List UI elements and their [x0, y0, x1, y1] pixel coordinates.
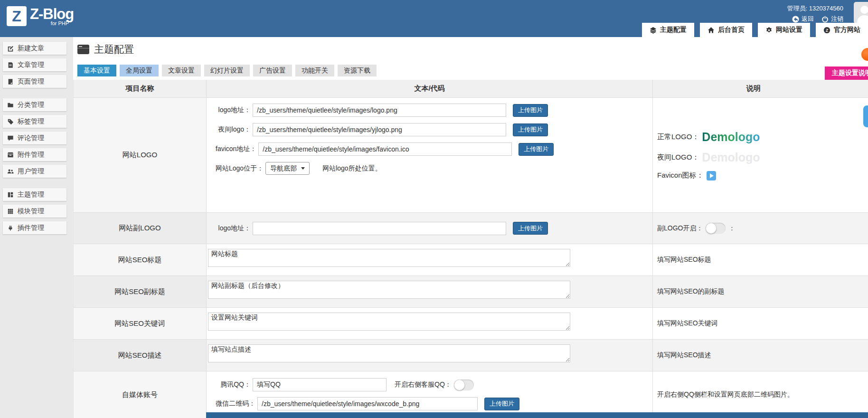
top-tab-site-settings[interactable]: 网站设置: [758, 23, 810, 37]
sidebar-item-label: 评论管理: [18, 134, 44, 142]
page-title-text: 主题配置: [94, 43, 134, 56]
row-name: 网站LOGO: [74, 98, 207, 212]
page-title: 主题配置: [77, 43, 134, 56]
avatar[interactable]: [854, 2, 868, 24]
field-label: 微信二维码：: [216, 399, 255, 408]
top-tab-dashboard[interactable]: 后台首页: [700, 23, 752, 37]
demologo-night-preview: Demologo: [702, 151, 760, 164]
side-float-tab[interactable]: [863, 105, 868, 127]
row-desc-cell: 填写网站SEO标题: [653, 244, 854, 276]
sidebar-item-label: 模块管理: [18, 207, 44, 216]
sidebar-item-plugin-mgmt[interactable]: 插件管理: [3, 221, 66, 234]
desc-text: 填写网站SEO关键词: [657, 319, 854, 328]
sidebar-item-label: 插件管理: [18, 224, 44, 232]
top-tab-label: 后台首页: [718, 26, 745, 34]
zblog-logo-mark: Z: [7, 6, 27, 26]
favicon-preview-icon[interactable]: [707, 171, 716, 180]
sidebar-item-category-mgmt[interactable]: 分类管理: [3, 98, 66, 111]
sidebar-item-attachment-mgmt[interactable]: 附件管理: [3, 148, 66, 161]
field-label: logo地址：: [216, 224, 251, 233]
config-table: 项目名称 文本/代码 说明 网站LOGO logo地址： 上传图片 夜间logo…: [73, 80, 868, 418]
app-header: Z Z-Blog for PHP 管理员: 1320374560 返回 注销: [0, 0, 868, 37]
tab-ad-settings[interactable]: 广告设置: [253, 65, 292, 76]
back-label: 返回: [802, 15, 814, 23]
logout-link[interactable]: 注销: [821, 15, 843, 23]
sidebar-item-label: 主题管理: [18, 190, 44, 199]
seo-title-textarea[interactable]: 网站标题: [208, 249, 570, 267]
night-logo-url-input[interactable]: [253, 123, 506, 136]
top-tab-official-site[interactable]: Z 官方网站: [816, 23, 868, 37]
tab-resource-download[interactable]: 资源下载: [338, 65, 377, 76]
tab-slideshow-settings[interactable]: 幻灯片设置: [204, 65, 250, 76]
document-icon: [7, 62, 14, 68]
upload-image-button[interactable]: 上传图片: [513, 222, 548, 235]
field-label: favicon地址：: [216, 145, 256, 153]
tab-feature-switches[interactable]: 功能开关: [295, 65, 334, 76]
logo-position-select[interactable]: 导航底部: [265, 162, 310, 175]
sidebar-item-module-mgmt[interactable]: 模块管理: [3, 205, 66, 218]
theme-help-button[interactable]: 主题设置说明: [825, 66, 868, 80]
logo-url-input[interactable]: [253, 104, 506, 117]
row-desc-cell: 填写网站SEO的副标题: [653, 276, 854, 307]
sidebar-item-theme-mgmt[interactable]: 主题管理: [3, 188, 66, 201]
zblog-logo[interactable]: Z Z-Blog for PHP: [7, 6, 74, 26]
comment-icon: [7, 135, 14, 142]
sidebar-item-label: 用户管理: [18, 167, 44, 176]
row-code-cell: 网站标题: [207, 244, 653, 276]
gear-icon: [765, 27, 773, 34]
main-content: 主题配置 基本设置 全局设置 文章设置 幻灯片设置 广告设置 功能开关 资源下载…: [73, 37, 868, 418]
row-desc-cell: 填写网站SEO描述: [653, 340, 854, 371]
wechat-qrcode-input[interactable]: [257, 397, 478, 410]
field-label: 开启右侧客服QQ：: [395, 380, 452, 389]
upload-image-button[interactable]: 上传图片: [484, 398, 519, 410]
row-code-cell: 设置网站关键词: [207, 308, 653, 339]
sub-logo-toggle[interactable]: [706, 223, 726, 234]
zblog-logo-name: Z-Blog: [30, 6, 74, 22]
avatar-head: [860, 6, 868, 14]
table-row-seo-keywords: 网站SEO关键词 设置网站关键词 填写网站SEO关键词: [74, 308, 868, 340]
power-icon: [821, 16, 829, 23]
col-header-name: 项目名称: [74, 80, 207, 97]
top-tab-label: 官方网站: [834, 26, 860, 34]
back-link[interactable]: 返回: [792, 15, 814, 23]
folder-icon: [7, 102, 14, 108]
upload-image-button[interactable]: 上传图片: [513, 124, 548, 136]
layers-icon: [650, 27, 657, 34]
seo-subtitle-textarea[interactable]: 网站副标题（后台修改）: [208, 281, 570, 299]
upload-image-button[interactable]: 上传图片: [519, 143, 554, 156]
logo-position-value: 导航底部: [270, 164, 297, 173]
top-tab-label: 主题配置: [660, 26, 687, 34]
sidebar-item-post-mgmt[interactable]: 文章管理: [3, 58, 66, 71]
col-header-code: 文本/代码: [207, 80, 653, 97]
seo-keywords-textarea[interactable]: 设置网站关键词: [208, 313, 570, 331]
row-filler: [854, 371, 868, 418]
row-desc-cell: 副LOGO开启： ：: [653, 213, 854, 244]
sidebar-item-user-mgmt[interactable]: 用户管理: [3, 165, 66, 178]
favicon-url-input[interactable]: [258, 142, 512, 156]
zblog-logo-text: Z-Blog for PHP: [30, 6, 74, 26]
sidebar-item-comment-mgmt[interactable]: 评论管理: [3, 132, 66, 144]
theme-blocks-icon: [7, 191, 14, 198]
row-name: 网站SEO关键词: [74, 308, 207, 339]
tab-basic-settings[interactable]: 基本设置: [77, 65, 116, 76]
table-row-seo-description: 网站SEO描述 填写站点描述 填写网站SEO描述: [74, 340, 868, 371]
page-icon: [7, 78, 14, 85]
tab-global-settings[interactable]: 全局设置: [120, 65, 159, 76]
qq-number-input[interactable]: [253, 378, 387, 391]
seo-description-textarea[interactable]: 填写站点描述: [208, 344, 570, 362]
toggle-knob: [706, 223, 717, 234]
toggle-knob: [454, 380, 465, 390]
tab-article-settings[interactable]: 文章设置: [162, 65, 201, 76]
desc-label: Favicon图标：: [657, 171, 704, 180]
sub-logo-url-input[interactable]: [253, 222, 506, 235]
row-filler: [854, 340, 868, 371]
sidebar-item-tag-mgmt[interactable]: 标签管理: [3, 115, 66, 128]
row-desc-cell: 填写网站SEO关键词: [653, 308, 854, 339]
top-tab-theme-config[interactable]: 主题配置: [642, 23, 694, 37]
sidebar-item-page-mgmt[interactable]: 页面管理: [3, 75, 66, 88]
upload-image-button[interactable]: 上传图片: [513, 104, 548, 117]
sidebar-item-new-post[interactable]: 新建文章: [3, 42, 66, 55]
qq-service-toggle[interactable]: [454, 380, 474, 390]
back-icon: [792, 16, 799, 23]
field-label: logo地址：: [216, 106, 251, 114]
